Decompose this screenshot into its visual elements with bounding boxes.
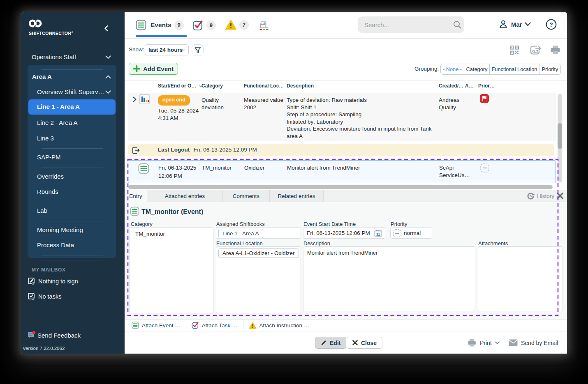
column-description[interactable]: Description bbox=[287, 83, 314, 89]
mailbox-item-no-tasks[interactable]: No tasks bbox=[38, 293, 61, 300]
column-category[interactable]: Category bbox=[201, 83, 223, 89]
row-functional-location: Oxidizer bbox=[244, 164, 285, 172]
sidebar-item-morning-meeting[interactable]: Morning Meeting bbox=[37, 226, 83, 233]
search-input[interactable] bbox=[358, 16, 464, 33]
detail-panel: TM_monitor (Event) Category TM_monitor A… bbox=[125, 202, 567, 319]
row-functional-location: Measured value 2002 bbox=[244, 97, 285, 111]
category-field[interactable]: TM_monitor bbox=[130, 227, 213, 313]
sidebar-item-operations-staff[interactable]: Operations Staff bbox=[32, 53, 76, 60]
grouping-option-none[interactable]: - None - bbox=[440, 64, 464, 75]
attach-instruction-button[interactable]: Attach Instruction … bbox=[243, 320, 315, 331]
help-icon[interactable]: ? bbox=[546, 19, 557, 30]
grouping-option-category[interactable]: Category bbox=[464, 64, 490, 75]
my-mailbox-header: MY MAILBOX bbox=[32, 267, 65, 273]
column-start-end[interactable]: Start/End or O… bbox=[158, 83, 203, 89]
row-description: Monitor alert from TrendMiner bbox=[287, 164, 436, 172]
grouping-option-priority[interactable]: Priority bbox=[539, 64, 561, 75]
active-tab-indicator bbox=[136, 35, 187, 37]
sidebar-item-overrides[interactable]: Overrides bbox=[37, 173, 64, 180]
priority-field[interactable]: normal bbox=[390, 227, 432, 239]
field-label-description: Description bbox=[303, 240, 330, 246]
main-content: Events 9 9 7 bbox=[125, 12, 567, 354]
tab-instructions[interactable]: 7 bbox=[225, 20, 249, 30]
row-start-date: Fri, 06-13-2025 bbox=[158, 164, 199, 172]
close-panel-icon[interactable] bbox=[556, 192, 564, 200]
sidebar-group-header-area-a[interactable]: Area A bbox=[32, 73, 52, 80]
edit-button[interactable]: Edit bbox=[315, 337, 346, 349]
qr-code-icon[interactable] bbox=[509, 44, 520, 56]
event-start-field[interactable]: Fri, 06-13-2025 12:06 PM 31 bbox=[303, 227, 385, 239]
history-button[interactable]: History bbox=[527, 192, 554, 200]
attach-actions-bar: Attach Event … Attach Task … Attach Inst… bbox=[125, 319, 567, 331]
filter-funnel-icon bbox=[194, 47, 201, 53]
user-icon bbox=[498, 19, 509, 30]
last-logout-row[interactable]: Last Logout Fri, 06-13-2025 12:09 PM bbox=[128, 144, 554, 156]
sidebar-item-line-2-area-a[interactable]: Line 2 - Area A bbox=[37, 119, 77, 126]
divider bbox=[42, 255, 103, 255]
column-created[interactable]: Created/… bbox=[439, 83, 463, 89]
detail-tab-bar: Entry Attached entries Comments Related … bbox=[125, 190, 567, 202]
horizontal-scrollbar[interactable] bbox=[128, 185, 553, 189]
sidebar-item-line-1-area-a[interactable]: Line 1 - Area A bbox=[28, 99, 116, 115]
table-header: Start/End or O… Category Functional Loc…… bbox=[125, 80, 567, 90]
sidebar-collapse-icon[interactable] bbox=[102, 24, 111, 33]
description-field[interactable]: Monitor alert from TrendMiner bbox=[303, 246, 475, 311]
filter-button[interactable] bbox=[192, 44, 204, 55]
calendar-icon[interactable]: 31 bbox=[374, 229, 382, 237]
tab-plant-status[interactable] bbox=[259, 20, 269, 30]
chevron-down-icon bbox=[105, 55, 111, 59]
sidebar-item-process-data[interactable]: Process Data bbox=[37, 241, 74, 248]
add-event-button[interactable]: Add Event bbox=[129, 63, 178, 75]
tab-instructions-badge: 7 bbox=[239, 20, 249, 30]
divider bbox=[41, 260, 101, 260]
column-priority[interactable]: Prior… bbox=[478, 83, 495, 89]
send-feedback-button[interactable]: Send Feedback bbox=[37, 332, 81, 339]
warning-triangle-icon bbox=[225, 20, 236, 30]
expand-row-icon[interactable] bbox=[132, 97, 137, 102]
chevron-down-icon bbox=[183, 48, 185, 52]
print-icon bbox=[467, 338, 477, 347]
functional-location-chip: Area A-L1-Oxidizer - Oxidizer bbox=[218, 248, 299, 258]
row-created-by: ScApi ServiceUs… bbox=[439, 164, 464, 179]
selected-event-row[interactable]: Fri, 06-13-2025 12:06 PM TM_monitor Oxid… bbox=[128, 160, 556, 183]
detail-tab-comments[interactable]: Comments bbox=[223, 190, 270, 202]
attach-event-button[interactable]: Attach Event … bbox=[125, 320, 186, 331]
detail-tab-related-entries[interactable]: Related entries bbox=[270, 190, 324, 202]
sidebar-item-lab[interactable]: Lab bbox=[37, 207, 47, 214]
svg-text:?: ? bbox=[549, 21, 553, 28]
sidebar: SHIFTCONNECTOR® Operations Staff Area A … bbox=[21, 12, 125, 354]
time-range-select[interactable]: last 24 hours bbox=[145, 44, 189, 55]
description-value: Monitor alert from TrendMiner bbox=[307, 250, 377, 256]
column-attachments[interactable]: A… bbox=[465, 83, 474, 89]
table-row[interactable]: open end Tue, 05-28-2024 4:31 AM Quality… bbox=[128, 93, 556, 141]
detail-tab-entry[interactable]: Entry bbox=[125, 190, 147, 202]
sidebar-item-sap-pm[interactable]: SAP-PM bbox=[37, 154, 61, 161]
sidebar-item-overview-shift-supervisor[interactable]: Overview Shift Superv… bbox=[37, 88, 104, 95]
export-xls-icon[interactable]: XLS bbox=[530, 44, 543, 56]
event-list-icon bbox=[132, 322, 139, 329]
tab-tasks[interactable]: 9 bbox=[192, 20, 216, 31]
svg-text:31: 31 bbox=[376, 232, 380, 237]
grouping-option-functional-location[interactable]: Functional Location bbox=[489, 64, 539, 75]
event-list-icon bbox=[130, 207, 139, 216]
sidebar-item-line-3[interactable]: Line 3 bbox=[37, 135, 54, 142]
field-label-attachments: Attachments bbox=[478, 240, 508, 246]
detail-tab-attached-entries[interactable]: Attached entries bbox=[147, 190, 223, 202]
user-menu[interactable]: Mar bbox=[498, 19, 531, 30]
tab-events[interactable]: Events 9 bbox=[136, 20, 184, 30]
functional-location-field[interactable]: Area A-L1-Oxidizer - Oxidizer bbox=[216, 246, 301, 313]
column-functional-location[interactable]: Functional Loc… bbox=[244, 83, 284, 89]
print-button[interactable]: Print bbox=[467, 337, 500, 349]
mailbox-item-nothing-to-sign[interactable]: Nothing to sign bbox=[38, 278, 78, 285]
attachments-field[interactable] bbox=[478, 246, 563, 311]
sidebar-item-rounds[interactable]: Rounds bbox=[37, 188, 58, 195]
attach-task-button[interactable]: Attach Task … bbox=[186, 320, 243, 331]
close-button[interactable]: Close bbox=[347, 337, 382, 349]
vertical-scrollbar-thumb[interactable] bbox=[558, 123, 562, 149]
chevron-down-icon bbox=[495, 341, 500, 345]
assigned-shiftbooks-field[interactable]: Line 1 - Area A bbox=[216, 227, 301, 239]
print-icon[interactable] bbox=[550, 44, 561, 55]
divider bbox=[42, 168, 103, 168]
send-by-email-button[interactable]: Send by Email bbox=[509, 337, 558, 349]
vertical-scrollbar[interactable] bbox=[558, 94, 562, 182]
